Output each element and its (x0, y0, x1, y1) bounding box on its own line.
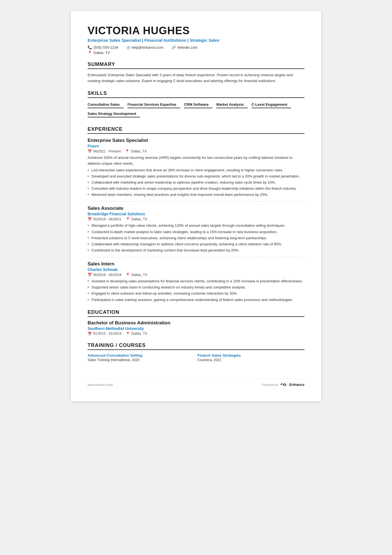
job-title: Enterprise Sales Specialist (88, 138, 304, 143)
job-title: Sales Associate (88, 206, 304, 211)
summary-section: SUMMARY Enthusiastic Enterprise Sales Sp… (88, 61, 304, 84)
training-section: TRAINING / COURSES Advanced Consultative… (88, 342, 304, 362)
bullet-item: Developed and executed strategic sales p… (88, 174, 304, 179)
email-icon: @ (126, 45, 130, 50)
bullet-list: Led interactive sales experiences that d… (88, 167, 304, 198)
edu-location-item: 📍 Dallas, TX (126, 332, 147, 336)
experience-container: Enterprise Sales SpecialistFiserv 📅 06/2… (88, 138, 304, 302)
location-icon: 📍 (126, 273, 130, 277)
bullet-item: Contributed to the development of market… (88, 248, 304, 253)
footer-powered: Powered by Enhancv (262, 382, 304, 387)
training-item: Advanced Consultative Selling Sales Trai… (88, 353, 195, 362)
bullet-item: Assisted in developing sales presentatio… (88, 278, 304, 284)
job-meta: 📅 06/2018 - 05/2019 📍 Dallas, TX (88, 273, 304, 277)
job-entry: Sales AssociateBroadridge Financial Solu… (88, 206, 304, 257)
calendar-icon: 📅 (88, 332, 92, 336)
bullet-item: Collaborated with marketing and senior l… (88, 180, 304, 185)
bullet-list: Managed a portfolio of high-value client… (88, 223, 304, 253)
contact-row: 📞 (555) 555-1234 @ help@enhancv.com 🔗 li… (88, 45, 304, 50)
education-title: EDUCATION (88, 309, 304, 317)
phone-icon: 📞 (88, 45, 92, 50)
linkedin-value: linkedin.com (177, 45, 197, 50)
location-icon: 📍 (126, 217, 130, 221)
edu-location-icon: 📍 (126, 332, 130, 336)
phone-value: (555) 555-1234 (93, 45, 118, 50)
bullet-list: Assisted in developing sales presentatio… (88, 278, 304, 303)
footer-website: www.enhancv.com (88, 383, 113, 386)
skills-title: SKILLS (88, 90, 304, 98)
training-title: Advanced Consultative Selling (88, 353, 195, 357)
experience-section: EXPERIENCE Enterprise Sales SpecialistFi… (88, 126, 304, 302)
job-entry: Enterprise Sales SpecialistFiserv 📅 06/2… (88, 138, 304, 202)
linkedin-item: 🔗 linkedin.com (172, 45, 197, 50)
resume-page: VICTORIA HUGHES Enterprise Sales Special… (71, 11, 321, 401)
training-item: Fintech Sales Strategies Coursera, 2021 (197, 353, 304, 362)
skills-section: SKILLS Consultative SalesFinancial Servi… (88, 90, 304, 120)
training-sub: Sales Training International, 2020 (88, 358, 195, 362)
calendar-icon: 📅 (88, 273, 92, 277)
edu-date: 01/2015 - 01/2019 (93, 332, 121, 336)
training-grid: Advanced Consultative Selling Sales Trai… (88, 353, 304, 362)
skill-item: Consultative Sales (88, 101, 124, 108)
skills-container: Consultative SalesFinancial Services Exp… (88, 101, 304, 120)
experience-title: EXPERIENCE (88, 126, 304, 134)
summary-text: Enthusiastic Enterprise Sales Specialist… (88, 72, 304, 84)
job-divider (88, 257, 304, 257)
bullet-item: Engaged in client outreach and follow-up… (88, 291, 304, 296)
summary-title: SUMMARY (88, 61, 304, 69)
logo-svg (280, 382, 288, 387)
location-icon: 📍 (125, 149, 130, 153)
footer: www.enhancv.com Powered by Enhancv (88, 379, 304, 387)
bullet-item: Participated in sales training sessions,… (88, 297, 304, 303)
bullet-item: Consulted with industry leaders to shape… (88, 186, 304, 191)
job-title: Sales Intern (88, 261, 304, 267)
skill-item: CRM Software (184, 101, 212, 108)
phone-item: 📞 (555) 555-1234 (88, 45, 118, 50)
calendar-icon: 📅 (88, 149, 92, 153)
edu-date-item: 📅 01/2015 - 01/2019 (88, 332, 121, 336)
email-value: help@enhancv.com (132, 45, 163, 50)
calendar-icon: 📅 (88, 217, 92, 221)
header-section: VICTORIA HUGHES Enterprise Sales Special… (88, 25, 304, 55)
edu-school: Southern Methodist University (88, 326, 304, 331)
job-divider (88, 201, 304, 202)
job-date: 📅 06/2018 - 05/2019 (88, 273, 121, 277)
candidate-name: VICTORIA HUGHES (88, 25, 304, 37)
job-meta: 📅 05/2019 - 06/2021 📍 Dallas, TX (88, 217, 304, 221)
training-sub: Coursera, 2021 (197, 358, 304, 362)
first-bullet: Achieved 150% of annual recurring revenu… (88, 155, 304, 166)
edu-degree: Bachelor of Business Administration (88, 320, 304, 326)
bullet-item: Supported senior sales team in conductin… (88, 285, 304, 290)
company-name: Broadridge Financial Solutions (88, 212, 304, 216)
candidate-title: Enterprise Sales Specialist | Financial … (88, 38, 304, 43)
link-icon: 🔗 (172, 45, 176, 50)
edu-meta: 📅 01/2015 - 01/2019 📍 Dallas, TX (88, 332, 304, 336)
training-title: Fintech Sales Strategies (197, 353, 304, 357)
edu-location: Dallas, TX (131, 332, 147, 336)
location-value: Dallas, TX (93, 51, 110, 55)
education-section: EDUCATION Bachelor of Business Administr… (88, 309, 304, 336)
enhancv-logo: Enhancv (280, 382, 304, 387)
job-location: 📍 Dallas, TX (125, 149, 147, 153)
bullet-item: Conducted in-depth market analysis to ta… (88, 229, 304, 235)
job-entry: Sales InternCharles Schwab 📅 06/2018 - 0… (88, 261, 304, 303)
training-title: TRAINING / COURSES (88, 342, 304, 350)
job-location: 📍 Dallas, TX (126, 273, 147, 277)
brand-name: Enhancv (289, 383, 304, 387)
skill-item: Sales Strategy Development (88, 110, 140, 117)
bullet-item: Mentored team members, sharing best prac… (88, 192, 304, 198)
job-date: 📅 06/2021 - Present (88, 149, 121, 153)
bullet-item: Managed a portfolio of high-value client… (88, 223, 304, 228)
skill-item: Financial Services Expertise (128, 101, 180, 108)
email-item: @ help@enhancv.com (126, 45, 163, 50)
bullet-item: Led interactive sales experiences that d… (88, 167, 304, 173)
company-name: Fiserv (88, 144, 304, 148)
location-icon: 📍 (88, 51, 92, 55)
skill-item: C-Level Engagement (252, 101, 291, 108)
job-meta: 📅 06/2021 - Present 📍 Dallas, TX (88, 149, 304, 153)
powered-by-label: Powered by (262, 383, 278, 386)
skill-item: Market Analysis (216, 101, 248, 108)
job-date: 📅 05/2019 - 06/2021 (88, 217, 121, 221)
location-row: 📍 Dallas, TX (88, 51, 304, 55)
company-name: Charles Schwab (88, 267, 304, 272)
